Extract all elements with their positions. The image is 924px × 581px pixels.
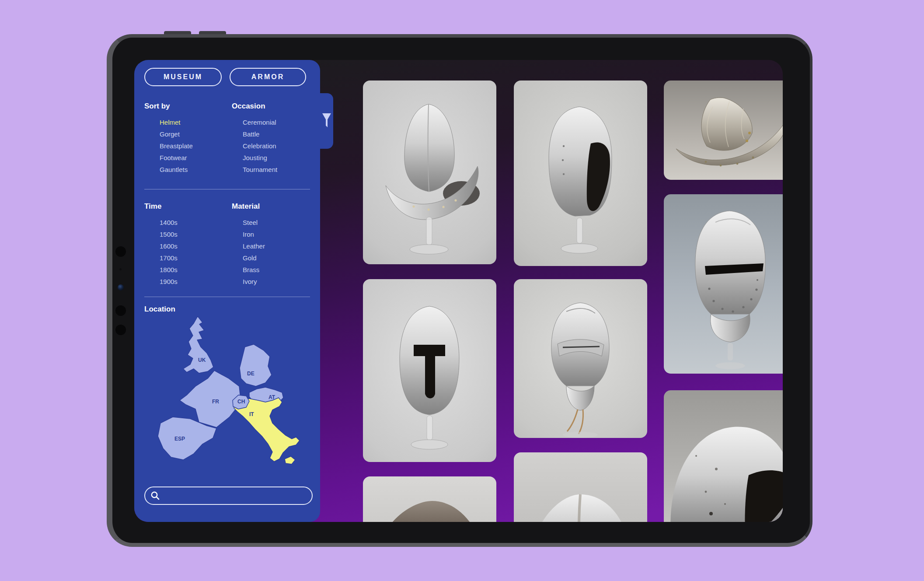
camera-lens-icon: [118, 284, 124, 290]
divider: [144, 297, 310, 297]
filter-option-1500s[interactable]: 1500s: [160, 228, 178, 240]
gallery-card-armet[interactable]: [664, 194, 783, 374]
filter-option-ivory[interactable]: Ivory: [243, 276, 265, 287]
location-header: Location: [144, 305, 175, 314]
filter-option-celebration[interactable]: Celebration: [243, 140, 277, 152]
filter-option-gorget[interactable]: Gorget: [160, 128, 193, 140]
helmet-photo-close-helmet: [514, 279, 647, 438]
sort-by-header: Sort by: [144, 102, 170, 111]
filter-option-1600s[interactable]: 1600s: [160, 240, 178, 252]
helmet-photo-dark-crown: [363, 476, 496, 522]
filter-option-gold[interactable]: Gold: [243, 252, 265, 264]
filter-option-ceremonial[interactable]: Ceremonial: [243, 116, 277, 128]
filter-option-tournament[interactable]: Tournament: [243, 164, 277, 175]
filter-option-helmet[interactable]: Helmet: [160, 116, 193, 128]
material-list: Steel Iron Leather Gold Brass Ivory: [243, 217, 265, 287]
occasion-header: Occasion: [232, 102, 265, 111]
time-list: 1400s 1500s 1600s 1700s 1800s 1900s: [160, 217, 178, 287]
helmet-photo-barbute: [363, 279, 496, 462]
divider: [144, 189, 310, 189]
filter-option-1900s[interactable]: 1900s: [160, 276, 178, 287]
filter-option-gauntlets[interactable]: Gauntlets: [160, 164, 193, 175]
sort-by-list: Helmet Gorget Breastplate Footwear Gaunt…: [160, 116, 193, 175]
camera-sensor-icon: [115, 325, 126, 335]
tablet-screen: MUSEUM ARMOR Sort by Occasion Helmet Gor…: [134, 60, 783, 522]
gallery-card-dark-helmet[interactable]: [363, 476, 496, 522]
museum-tab-button[interactable]: MUSEUM: [144, 68, 222, 86]
gallery-card-sallet-profile[interactable]: [664, 390, 783, 522]
tablet-device: MUSEUM ARMOR Sort by Occasion Helmet Gor…: [107, 34, 812, 547]
gallery-card-barbute[interactable]: [363, 279, 496, 462]
filter-option-jousting[interactable]: Jousting: [243, 152, 277, 164]
filter-option-1700s[interactable]: 1700s: [160, 252, 178, 264]
gallery-card-close-helmet[interactable]: [514, 279, 647, 438]
funnel-icon: [321, 112, 332, 130]
europe-map: UK DE FR CH AT IT ESP: [155, 315, 302, 466]
microphone-dot-icon: [119, 268, 122, 270]
gallery-card-sallet[interactable]: [514, 80, 647, 266]
filter-option-1400s[interactable]: 1400s: [160, 217, 178, 228]
helmet-photo-etched-morion: [664, 80, 783, 180]
material-header: Material: [232, 202, 260, 211]
filter-option-1800s[interactable]: 1800s: [160, 264, 178, 276]
filter-option-brass[interactable]: Brass: [243, 264, 265, 276]
armor-tab-button[interactable]: ARMOR: [230, 68, 306, 86]
filter-tab-button[interactable]: [320, 93, 333, 149]
search-input[interactable]: [164, 492, 307, 500]
filter-option-iron[interactable]: Iron: [243, 228, 265, 240]
helmet-photo-armet: [664, 194, 783, 374]
helmet-photo-comb-morion: [363, 80, 496, 264]
occasion-list: Ceremonial Battle Celebration Jousting T…: [243, 116, 277, 175]
filter-sidebar: MUSEUM ARMOR Sort by Occasion Helmet Gor…: [134, 60, 320, 522]
camera-sensor-icon: [115, 305, 126, 316]
gallery-card-comb-morion[interactable]: [363, 80, 496, 264]
front-camera-icon: [115, 246, 126, 257]
time-header: Time: [144, 202, 161, 211]
helmet-photo-ridged-crown: [514, 452, 647, 522]
filter-option-steel[interactable]: Steel: [243, 217, 265, 228]
helmet-photo-sallet-profile: [664, 390, 783, 522]
map-country-it-island[interactable]: [285, 456, 295, 464]
search-icon: [150, 491, 160, 500]
map-country-de[interactable]: [240, 344, 272, 386]
desktop-background: MUSEUM ARMOR Sort by Occasion Helmet Gor…: [0, 0, 924, 581]
gallery-card-ridged-helmet[interactable]: [514, 452, 647, 522]
map-country-uk[interactable]: [183, 316, 213, 373]
gallery-card-etched-morion[interactable]: [664, 80, 783, 180]
filter-option-footwear[interactable]: Footwear: [160, 152, 193, 164]
filter-option-breastplate[interactable]: Breastplate: [160, 140, 193, 152]
filter-option-leather[interactable]: Leather: [243, 240, 265, 252]
helmet-photo-sallet: [514, 80, 647, 266]
search-bar[interactable]: [144, 486, 313, 505]
filter-option-battle[interactable]: Battle: [243, 128, 277, 140]
